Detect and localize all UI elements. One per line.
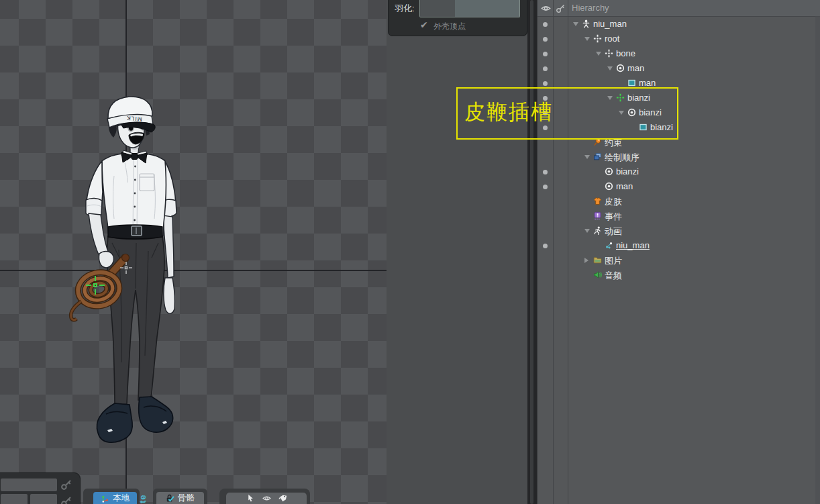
eye-icon[interactable] [262,494,271,503]
tree-label: 事件 [605,211,622,223]
lock-check-icon [166,494,174,503]
slot-icon [605,167,613,176]
expand-arrow[interactable] [607,66,613,70]
tree-label: 绘制顺序 [605,152,639,164]
audio-icon [593,270,602,279]
local-button-label: 本地 [113,493,130,504]
hierarchy-panel: niu_manrootbonemanmanbianzibianzibianzi约… [537,0,820,504]
view-tools-bar [226,493,307,504]
bone-crosshair-selected-green [86,276,105,295]
key-button[interactable] [60,478,72,491]
vertical-tool-label: te [138,494,148,503]
tree-row-动画[interactable]: 动画 [537,223,820,238]
visibility-dot[interactable] [543,185,548,189]
character-shirt [102,153,166,239]
checkbox-check-icon[interactable]: ✔ [420,19,428,30]
hat-text: MILK [126,115,143,123]
feather-slider[interactable] [419,0,520,17]
tree-row-niu_man[interactable]: niu_man [537,238,820,253]
key-icon[interactable] [556,3,566,13]
character-pants [107,236,165,405]
transform-field-1[interactable] [1,478,57,491]
expand-arrow[interactable] [584,155,590,159]
transform-panel [0,472,81,504]
world-axis-horizontal [0,270,387,271]
dopesheet-icon [605,241,613,250]
tree-label: 图片 [605,255,622,267]
character-hat: MILK [107,97,155,132]
draw-order-icon [593,152,602,161]
tree-row-man[interactable]: man [537,179,820,194]
toolbar-group-bones: 骨骼 [153,489,207,504]
tree-row-niu_man[interactable]: niu_man [537,17,820,32]
tree-row-图片[interactable]: 图片 [537,253,820,268]
tree-row-bianzi[interactable]: bianzi [537,164,820,179]
animation-icon [593,226,602,235]
key-button[interactable] [60,495,72,504]
bones-lock-button[interactable]: 骨骼 [156,492,204,504]
divider-handle[interactable] [530,0,533,504]
annotation-box: 皮鞭插槽 [456,87,678,140]
visibility-dot[interactable] [543,81,548,86]
tag-icon[interactable] [278,494,287,503]
tree-row-绘制顺序[interactable]: 绘制顺序 [537,150,820,164]
bone-icon [593,34,602,43]
expand-arrow[interactable] [573,22,578,26]
character-shoes [97,397,172,442]
app-window: MILK 羽化: ✔ 外壳顶点 niu_manrootbonemanmanbia… [0,0,820,504]
expand-arrow[interactable] [584,37,590,41]
tree-label: man [627,63,644,73]
feather-slider-fill [420,0,455,17]
slot-icon [605,182,613,191]
viewport-canvas[interactable]: MILK [0,0,387,504]
visibility-dot[interactable] [543,37,548,42]
hierarchy-tree: niu_manrootbonemanmanbianzibianzibianzi约… [537,0,820,504]
skeleton-icon [582,19,591,28]
skin-icon [593,197,602,205]
tree-label: man [639,78,656,88]
feather-panel: 羽化: ✔ 外壳顶点 [388,0,527,36]
tree-label: 音频 [605,270,622,282]
local-axes-button[interactable]: 本地 [93,492,137,504]
folder-icon [593,256,602,264]
expand-arrow[interactable] [596,52,601,56]
transform-field-3[interactable] [30,494,57,504]
panel-divider[interactable] [527,0,537,504]
tree-row-man[interactable]: man [537,61,820,76]
expand-arrow[interactable] [584,258,588,263]
annotation-text: 皮鞭插槽 [464,98,553,126]
visibility-dot[interactable] [543,52,548,56]
tree-label: niu_man [616,240,650,250]
shell-vertices-label: 外壳顶点 [433,21,466,32]
eye-icon[interactable] [541,3,551,13]
scrollbar-track[interactable] [815,16,820,504]
whip [71,254,130,320]
hierarchy-header: Hierarchy [537,0,820,17]
transform-field-2[interactable] [1,494,28,504]
tree-row-皮肤[interactable]: 皮肤 [537,194,820,209]
character-left-hand [99,252,113,268]
cursor-icon[interactable] [246,494,255,503]
tree-label: bone [616,48,635,58]
tree-label: root [605,34,619,44]
tree-row-音频[interactable]: 音频 [537,268,820,283]
character-left-arm [86,161,109,260]
visibility-dot[interactable] [543,66,548,71]
character-belt [108,225,162,239]
tree-row-事件[interactable]: 事件 [537,209,820,223]
visibility-dot[interactable] [543,170,548,174]
axes-icon [101,494,109,503]
toolbar-group-local: 本地 [83,489,140,504]
tree-row-root[interactable]: root [537,32,820,46]
visibility-dot[interactable] [543,244,548,248]
column-divider [553,0,554,504]
toolbar-group-view [219,489,310,504]
bones-button-label: 骨骼 [178,493,195,504]
slot-icon [616,64,625,72]
expand-arrow[interactable] [584,229,590,233]
visibility-dot[interactable] [543,22,548,27]
character-art: MILK [57,89,198,455]
tree-label: man [616,181,633,191]
column-divider [568,0,568,504]
tree-row-bone[interactable]: bone [537,46,820,61]
